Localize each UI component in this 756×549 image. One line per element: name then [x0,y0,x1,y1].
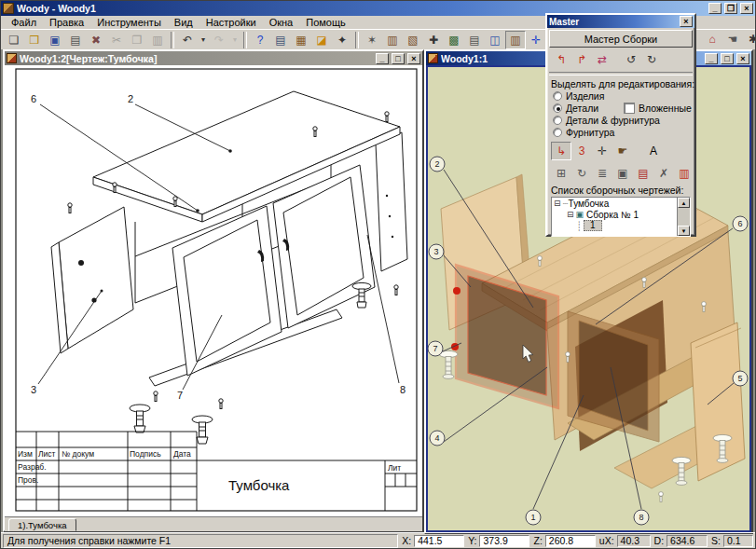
delete-button[interactable]: ✖ [86,31,106,49]
tree-scrollbar[interactable]: ▲ ▼ [677,198,690,236]
nested-checkbox-box[interactable] [624,103,635,114]
menu-view[interactable]: Вид [168,17,199,28]
paste-button[interactable]: ▥ [147,31,168,49]
restore-button[interactable]: ❐ [724,3,737,14]
move-object-button[interactable]: ✛ [526,31,546,49]
drawing-window-titlebar[interactable]: Woody1:2[Чертеж:Тумбочка] _ □ × [5,51,422,65]
tb-header-ndocum: № докум [62,449,94,459]
master-close-button[interactable]: × [680,16,693,27]
cabinet-mode-button[interactable]: ▥ [505,31,526,49]
render-view-button[interactable]: ▦ [291,31,311,49]
print-button[interactable]: ▤ [65,31,86,49]
menu-tools[interactable]: Инструменты [90,17,168,28]
delete-item-button[interactable]: ✗ [653,164,674,183]
collapse-icon[interactable]: ⊟ [554,199,561,208]
assembly-wizard-button[interactable]: Мастер Сборки [549,30,693,48]
orbit-left-button[interactable]: ↺ [621,50,641,69]
undo-menu-button[interactable]: ▾ [198,31,209,49]
menu-windows[interactable]: Окна [263,17,300,28]
assembly-minimize-button[interactable]: _ [705,53,718,64]
orbit-right-button[interactable]: ↻ [641,50,662,69]
menu-file[interactable]: Файл [5,17,43,28]
assembly-maximize-button[interactable]: □ [721,53,734,64]
coord-x-input[interactable]: 441.5 [414,535,464,547]
tree-root-item[interactable]: ⊟┄ Тумбочка [552,198,690,209]
sheet-tab[interactable]: 1).Тумбочка [8,518,76,531]
radio-details[interactable]: Детали Вложенные [553,103,693,114]
connection-cross-button[interactable]: ✚ [423,31,444,49]
callout-7: 7 [177,390,183,401]
spray-tool-button[interactable]: ✱ [743,30,756,48]
red-page-button[interactable]: ▥ [674,164,694,183]
nested-checkbox[interactable]: Вложенные [624,103,692,114]
drawing-canvas[interactable]: 6 2 3 7 8 [5,65,422,516]
redo-menu-button[interactable]: ▾ [229,31,241,49]
assembly-close-button[interactable]: × [736,53,749,64]
radio-products-dot[interactable] [553,91,562,101]
orbit-hand-button[interactable]: ☚ [722,30,743,48]
context-help-button[interactable]: ? [250,31,270,49]
drawing-minimize-button[interactable]: _ [376,53,389,64]
layers-tool-button[interactable]: ▣ [612,164,633,183]
material-box-button[interactable]: ◪ [311,31,332,49]
grab-hand-icon: ☛ [618,145,628,157]
three-views-button[interactable]: 3 [571,142,592,160]
annotation-a-button[interactable]: A [641,141,666,161]
save-button[interactable]: ▣ [45,31,65,49]
scroll-down-icon[interactable]: ▼ [678,226,690,236]
radio-details-fittings-dot[interactable] [553,116,562,125]
assembly-tree[interactable]: ⊟┄ Тумбочка ⊟ ▣ Сборка № 1 ┊ 1 ▲ ▼ [551,197,691,237]
radio-details-dot[interactable] [553,103,562,113]
tree-sheet-item[interactable]: ┊ 1 [552,220,690,231]
master-palette: Master × Мастер Сборки ↰↱⇄ ↺↻ Выделять д… [545,13,696,237]
list-tool-button[interactable]: ≣ [592,164,612,183]
cut-button[interactable]: ✂ [106,31,127,49]
spec-book-button[interactable]: ▤ [464,31,485,49]
master-edit-group: ↳3✛☛ [551,142,633,160]
master-orbit-group: ↺↻ [621,50,662,69]
tree-assembly-item[interactable]: ⊟ ▣ Сборка № 1 [552,209,690,220]
coord-z-input[interactable]: 260.8 [545,535,596,547]
menu-edit[interactable]: Правка [43,17,90,28]
spec-view-button[interactable]: ▤ [270,31,291,49]
texture-image-button[interactable]: ▩ [444,31,464,49]
radio-details-fittings[interactable]: Детали & фурнитура [553,115,693,126]
drawing-maximize-button[interactable]: □ [392,53,405,64]
grab-hand-button[interactable]: ☛ [612,142,633,160]
menu-settings[interactable]: Настройки [199,17,263,28]
letter-a-icon: A [650,145,657,157]
master-titlebar[interactable]: Master × [547,15,694,28]
refresh-tool-button[interactable]: ↻ [571,164,592,183]
panel-mode-button[interactable]: ◫ [485,31,505,49]
drawing-close-button[interactable]: × [407,53,420,64]
menu-help[interactable]: Помощь [299,17,352,28]
radio-products[interactable]: Изделия [553,90,693,102]
fittings-tool-button[interactable]: ✦ [332,31,352,49]
align-cross-button[interactable]: ✛ [592,142,612,160]
edit-mode-label: Выделять для редактирования: [551,78,693,89]
tree-selected-sheet[interactable]: 1 [584,220,602,231]
copy-button[interactable]: ❐ [127,31,147,49]
scroll-up-icon[interactable]: ▲ [678,198,690,208]
cabinet-model-button[interactable]: ▥ [382,31,403,49]
edit-page-button[interactable]: ▤ [633,164,653,183]
collapse-icon[interactable]: ⊟ [567,210,574,219]
radio-fittings[interactable]: Фурнитура [553,127,693,138]
flip-part-button[interactable]: ⇄ [592,50,612,69]
drawer-model-button[interactable]: ▧ [403,31,423,49]
toolbar-undo-group: ↶▾↷▾ [177,31,241,49]
new-file-button[interactable]: ❏ [4,31,24,49]
sofa-tool-button[interactable]: ⌂ [702,30,722,48]
minimize-button[interactable]: _ [708,3,722,14]
magic-wand-button[interactable]: ✶ [362,31,382,49]
undo-button[interactable]: ↶ [177,31,198,49]
rotate-part-left-button[interactable]: ↰ [551,50,571,69]
redo-button[interactable]: ↷ [209,31,229,49]
coord-y-input[interactable]: 373.9 [479,535,529,547]
open-folder-button[interactable]: ❒ [24,31,45,49]
drop-part-button[interactable]: ↳ [551,142,571,160]
grid-tool-button[interactable]: ⊞ [551,164,571,183]
close-button[interactable]: × [740,3,753,14]
radio-fittings-dot[interactable] [553,128,562,137]
rotate-part-right-button[interactable]: ↱ [571,50,592,69]
